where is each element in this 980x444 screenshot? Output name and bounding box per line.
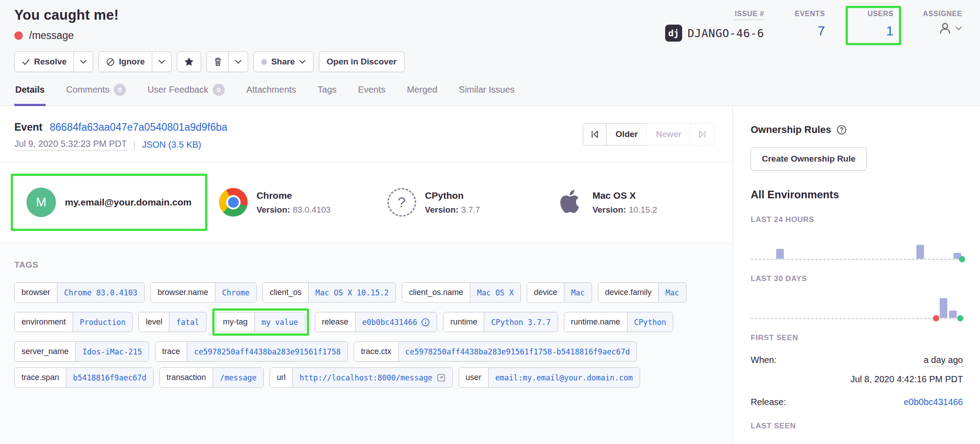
tag-environment[interactable]: environmentProduction (14, 312, 133, 332)
resolve-dropdown-button[interactable] (73, 51, 93, 72)
ownership-rules-title: Ownership Rules (751, 124, 831, 136)
share-button[interactable]: Share (254, 51, 314, 72)
user-avatar: M (26, 188, 56, 217)
tag-browser-name[interactable]: browser.nameChrome (150, 282, 257, 303)
event-timestamp: Jul 9, 2020 5:32:23 PM PDT (14, 139, 127, 151)
issue-header: You caught me! /message Resolve (0, 0, 980, 77)
tag-transaction[interactable]: transaction/message (159, 367, 264, 388)
ignore-button[interactable]: Ignore (99, 51, 152, 72)
tab-merged[interactable]: Merged (406, 77, 438, 106)
tag-release[interactable]: releasee0b0bc431466 (315, 312, 438, 332)
last-30-days-label: LAST 30 DAYS (751, 274, 963, 283)
tab-details[interactable]: Details (14, 77, 46, 106)
tab-events[interactable]: Events (357, 77, 386, 106)
spark-bar (949, 311, 957, 318)
users-count[interactable]: 1 (853, 23, 894, 38)
chevron-down-icon (80, 60, 87, 64)
issue-sidebar: Ownership Rules Create Ownership Rule Al… (732, 106, 980, 444)
comments-count-badge: 0 (114, 84, 126, 96)
separator: | (133, 139, 136, 151)
stat-events: EVENTS 7 (785, 10, 825, 38)
checkmark-icon (22, 58, 30, 66)
open-in-discover-button[interactable]: Open in Discover (319, 51, 404, 72)
external-link-icon[interactable] (437, 373, 446, 382)
person-icon (938, 21, 952, 35)
apple-icon (556, 188, 584, 217)
tab-similar-issues[interactable]: Similar Issues (458, 77, 515, 106)
event-json-link[interactable]: JSON (3.5 KB) (142, 140, 201, 150)
first-seen-relative: a day ago (924, 355, 963, 367)
delete-dropdown-button[interactable] (228, 51, 248, 72)
tag-level[interactable]: levelfatal (138, 312, 206, 332)
tag-device[interactable]: deviceMac (527, 282, 592, 303)
context-card-runtime: ? CPython Version:3.7.7 (387, 188, 544, 217)
star-icon (184, 57, 194, 67)
assignee-label: ASSIGNEE (923, 10, 963, 17)
users-label: USERS (868, 10, 894, 17)
help-icon[interactable] (836, 124, 847, 135)
event-header: Event 86684fa63aa047e7a0540801a9d9f6ba J… (0, 106, 732, 162)
tag-pills: browserChrome 83.0.4103 browser.nameChro… (14, 282, 718, 388)
user-email: my.email@your.domain.com (65, 197, 192, 208)
event-label: Event (14, 121, 43, 133)
skip-to-newest-button[interactable] (690, 123, 714, 145)
spark-bar (916, 245, 924, 259)
newer-event-button[interactable]: Newer (646, 123, 691, 145)
project-badge-icon: dj (665, 25, 682, 42)
issue-number-label: ISSUE # (735, 10, 764, 20)
delete-button[interactable] (206, 51, 229, 72)
resolve-button[interactable]: Resolve (14, 51, 74, 72)
context-card-os: Mac OS X Version:10.15.2 (556, 188, 713, 217)
chevron-down-icon (235, 60, 242, 64)
skip-to-oldest-icon (590, 130, 599, 139)
annotation-box-users: USERS 1 (846, 6, 901, 45)
tab-attachments[interactable]: Attachments (245, 77, 297, 106)
event-id-link[interactable]: 86684fa63aa047e7a0540801a9d9f6ba (50, 121, 228, 133)
oldest-event-button[interactable] (583, 123, 607, 145)
tag-trace[interactable]: tracece5978250aff4438ba283e91561f1758 (155, 342, 348, 362)
star-button[interactable] (177, 51, 201, 72)
tag-user[interactable]: useremail:my.email@your.domain.com (459, 367, 640, 388)
last-30-days-chart (751, 285, 963, 319)
tag-server-name[interactable]: server_nameIdos-iMac-215 (14, 342, 149, 362)
assignee-dropdown[interactable] (922, 21, 962, 35)
create-ownership-rule-button[interactable]: Create Ownership Rule (751, 147, 867, 171)
event-pagination: Older Newer (583, 123, 714, 145)
older-event-button[interactable]: Older (606, 123, 647, 145)
tab-comments[interactable]: Comments0 (65, 77, 127, 106)
tag-my-tag[interactable]: my-tagmy value (216, 312, 305, 332)
feedback-count-badge: 0 (213, 84, 225, 96)
when-label: When: (751, 355, 777, 365)
tag-trace-ctx[interactable]: trace.ctxce5978250aff4438ba283e91561f175… (354, 342, 637, 362)
ignore-dropdown-button[interactable] (152, 51, 172, 72)
spark-marker-dot (933, 315, 939, 321)
event-details-main: Event 86684fa63aa047e7a0540801a9d9f6ba J… (0, 106, 732, 444)
tag-browser[interactable]: browserChrome 83.0.4103 (14, 282, 145, 303)
first-seen-release-link[interactable]: e0b0bc431466 (904, 397, 963, 407)
issue-stats: ISSUE # dj DJANGO-46-6 EVENTS 7 USERS 1 … (665, 7, 962, 77)
stat-assignee: ASSIGNEE (922, 10, 962, 35)
tags-heading: TAGS (14, 260, 718, 270)
tag-client-os[interactable]: client_osMac OS X 10.15.2 (262, 282, 396, 303)
trash-icon (214, 57, 222, 66)
info-icon[interactable] (421, 318, 430, 327)
tag-client-os-name[interactable]: client_os.nameMac OS X (402, 282, 521, 303)
chrome-icon (219, 188, 248, 217)
tag-url[interactable]: urlhttp://localhost:8000/message (270, 367, 453, 388)
skip-to-newest-icon (698, 130, 707, 139)
last-24-hours-chart (751, 226, 963, 260)
tab-tags[interactable]: Tags (317, 77, 337, 106)
tag-runtime-name[interactable]: runtime.nameCPython (564, 312, 674, 332)
stat-issue-number: ISSUE # dj DJANGO-46-6 (665, 10, 764, 42)
tag-trace-span[interactable]: trace.spanb5418816f9aec67d (14, 367, 154, 388)
events-count[interactable]: 7 (785, 23, 825, 38)
unknown-runtime-icon: ? (387, 188, 416, 217)
issue-culprit: /message (29, 30, 74, 42)
tab-user-feedback[interactable]: User Feedback0 (146, 77, 226, 106)
tag-runtime[interactable]: runtimeCPython 3.7.7 (443, 312, 558, 332)
chevron-down-icon (158, 60, 165, 64)
stat-users: USERS 1 (853, 10, 894, 38)
tag-device-family[interactable]: device.familyMac (598, 282, 687, 303)
last-seen-label: LAST SEEN (751, 422, 963, 431)
share-status-dot (261, 59, 267, 65)
